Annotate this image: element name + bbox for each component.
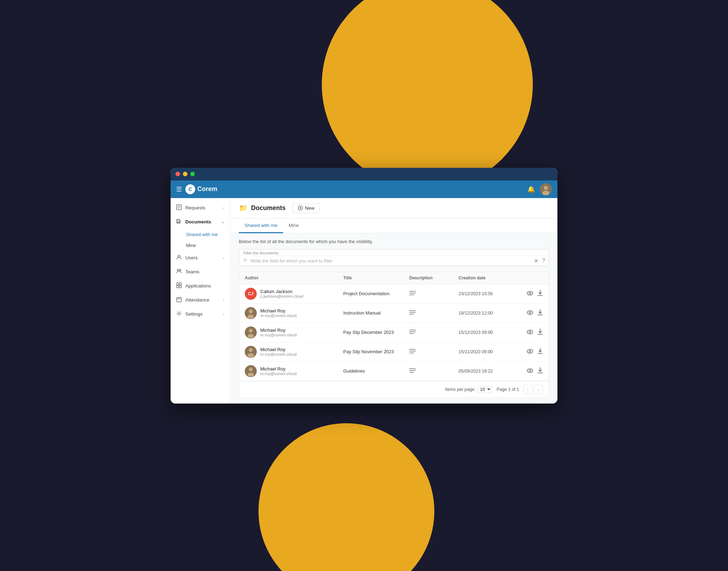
author-cell-3: Michael Roy m.roy@corem.cloud	[245, 346, 343, 358]
close-button[interactable]	[175, 172, 180, 176]
svg-point-30	[527, 291, 533, 295]
desc-icon-1	[409, 310, 459, 316]
sidebar-item-requests[interactable]: Requests ›	[171, 201, 230, 215]
sidebar-subitem-mine[interactable]: Mine	[171, 240, 230, 251]
logo-area[interactable]: C Corem	[185, 184, 217, 194]
author-name-2: Michael Roy	[260, 328, 296, 333]
svg-point-36	[248, 315, 254, 319]
view-button-3[interactable]	[527, 348, 533, 355]
date-cell-2: 15/12/2023 09:00	[459, 330, 515, 335]
documents-table: Author Title Description Creation date C…	[239, 272, 549, 398]
page-info: Page 1 of 1	[497, 387, 519, 392]
download-button-2[interactable]	[537, 328, 543, 336]
svg-point-61	[529, 350, 531, 352]
items-per-page: Items per page: 10 25 50	[445, 386, 492, 393]
shared-with-me-label: Shared with me	[186, 232, 218, 237]
author-cell-2: Michael Roy m.roy@corem.cloud	[245, 326, 343, 338]
desc-icon-4	[409, 368, 459, 374]
user-avatar[interactable]	[540, 183, 552, 195]
page-nav: ‹ ›	[523, 385, 543, 394]
view-button-4[interactable]	[527, 368, 533, 375]
tab-shared-with-me[interactable]: Shared with me	[239, 218, 283, 233]
date-cell-0: 23/12/2023 10:56	[459, 291, 515, 296]
download-button-0[interactable]	[537, 290, 543, 298]
hamburger-icon[interactable]: ☰	[176, 185, 182, 193]
nav-bar: ☰ C Corem 🔔	[171, 180, 557, 198]
download-button-3[interactable]	[537, 348, 543, 356]
filter-clear-icon[interactable]: ✕	[534, 258, 538, 264]
author-info-3: Michael Roy m.roy@corem.cloud	[260, 347, 296, 356]
author-avatar-3	[245, 346, 257, 358]
next-page-button[interactable]: ›	[534, 385, 543, 394]
table-row: CJ Callum Jackson c.jackson@corem.cloud …	[239, 284, 549, 304]
sidebar-subitem-shared[interactable]: Shared with me	[171, 229, 230, 240]
table-row: Michael Roy m.roy@corem.cloud Instructio…	[239, 304, 549, 323]
tab-mine[interactable]: Mine	[283, 218, 305, 233]
view-button-1[interactable]	[527, 310, 533, 317]
svg-point-35	[249, 309, 253, 313]
new-button-label: New	[305, 205, 314, 211]
prev-page-button[interactable]: ‹	[523, 385, 532, 394]
sidebar-label-attendance: Attendance	[185, 297, 219, 303]
filter-input[interactable]	[250, 258, 531, 264]
svg-point-31	[529, 292, 531, 294]
view-button-0[interactable]	[527, 290, 533, 297]
page-header: 📁 Documents New	[230, 198, 557, 218]
chevron-settings-icon: ›	[223, 312, 224, 316]
date-cell-3: 15/11/2023 09:00	[459, 349, 515, 354]
sidebar-item-applications[interactable]: Applications	[171, 279, 230, 293]
description-text: Below the list of all the documents for …	[239, 239, 549, 244]
download-button-4[interactable]	[537, 367, 543, 375]
author-email-3: m.roy@corem.cloud	[260, 352, 296, 356]
chevron-attendance-icon: ›	[223, 298, 224, 302]
users-icon	[176, 254, 182, 261]
actions-cell-0	[515, 290, 543, 298]
svg-rect-15	[179, 286, 181, 288]
requests-icon	[176, 204, 182, 211]
documents-content: Below the list of all the documents for …	[230, 233, 557, 404]
sidebar-label-requests: Requests	[185, 205, 219, 210]
filter-label: Filter the documents	[239, 249, 549, 256]
bell-icon[interactable]: 🔔	[527, 185, 535, 193]
sidebar-item-documents[interactable]: Documents ⌄	[171, 215, 230, 229]
svg-rect-13	[179, 283, 181, 285]
svg-point-51	[529, 331, 531, 333]
pagination-bar: Items per page: 10 25 50 Page 1 of 1 ‹ ›	[239, 381, 549, 398]
per-page-select[interactable]: 10 25 50	[478, 386, 492, 393]
author-info-2: Michael Roy m.roy@corem.cloud	[260, 328, 296, 337]
maximize-button[interactable]	[190, 172, 195, 176]
filter-actions: ✕ ?	[534, 258, 545, 264]
th-title: Title	[343, 275, 409, 280]
bg-decoration-bottom	[258, 423, 434, 571]
date-cell-4: 05/09/2023 18:22	[459, 369, 515, 374]
desc-icon-2	[409, 329, 459, 336]
items-per-page-label: Items per page:	[445, 387, 475, 392]
mine-label: Mine	[186, 243, 196, 248]
filter-help-icon[interactable]: ?	[542, 258, 545, 264]
app-window: ☰ C Corem 🔔	[171, 168, 557, 404]
actions-cell-4	[515, 367, 543, 375]
view-button-2[interactable]	[527, 329, 533, 336]
author-info-4: Michael Roy m.roy@corem.cloud	[260, 366, 296, 376]
author-name-0: Callum Jackson	[260, 289, 303, 294]
sidebar-item-attendance[interactable]: Attendance ›	[171, 293, 230, 307]
minimize-button[interactable]	[183, 172, 187, 176]
actions-cell-3	[515, 348, 543, 356]
documents-icon	[176, 218, 182, 226]
download-button-1[interactable]	[537, 309, 543, 317]
tabs-bar: Shared with me Mine	[230, 218, 557, 233]
new-button[interactable]: New	[293, 203, 320, 213]
sidebar-item-settings[interactable]: Settings ›	[171, 307, 230, 321]
title-cell-2: Pay Slip December 2023	[343, 330, 409, 335]
sidebar-item-teams[interactable]: Teams	[171, 265, 230, 279]
svg-point-55	[249, 348, 253, 352]
date-cell-1: 18/12/2023 12:00	[459, 311, 515, 316]
table-header: Author Title Description Creation date	[239, 272, 549, 284]
sidebar-item-users[interactable]: Users ›	[171, 251, 230, 265]
author-name-1: Michael Roy	[260, 308, 296, 313]
svg-point-66	[248, 373, 254, 377]
svg-rect-16	[177, 298, 181, 302]
desc-icon-0	[409, 291, 459, 297]
page-title-area: 📁 Documents	[239, 204, 286, 212]
author-cell-4: Michael Roy m.roy@corem.cloud	[245, 365, 343, 377]
